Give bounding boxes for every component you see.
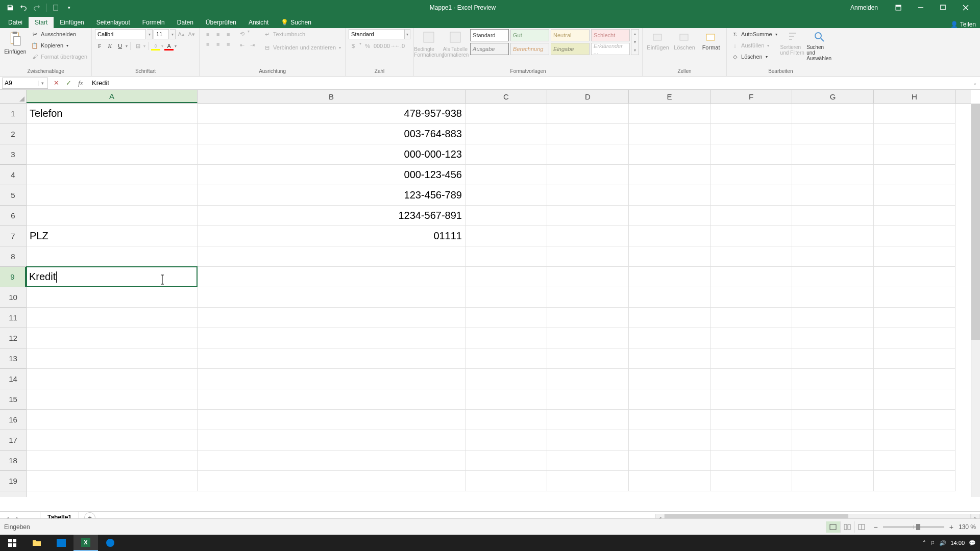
clear-button[interactable]: ◇Löschen▾ — [730, 52, 778, 62]
zoom-level[interactable]: 130 % — [959, 523, 976, 531]
zoom-out-button[interactable]: − — [874, 523, 878, 531]
align-left-icon[interactable]: ≡ — [203, 39, 213, 49]
tab-suchen[interactable]: 💡Suchen — [275, 17, 317, 28]
tray-chevron-icon[interactable]: ˄ — [923, 540, 926, 546]
increase-indent-icon[interactable]: ⇥ — [248, 40, 257, 49]
column-header-E[interactable]: E — [629, 90, 710, 103]
cell-G15[interactable] — [792, 389, 874, 410]
cell-G9[interactable] — [792, 267, 874, 287]
cell-C15[interactable] — [465, 389, 547, 410]
cell-C13[interactable] — [465, 348, 547, 369]
wrap-text-button[interactable]: ↵Textumbruch — [262, 29, 342, 39]
cell-C10[interactable] — [465, 287, 547, 308]
cell-F3[interactable] — [710, 144, 792, 165]
cell-F19[interactable] — [710, 471, 792, 491]
tab-seitenlayout[interactable]: Seitenlayout — [90, 17, 136, 28]
cell-A11[interactable] — [27, 308, 198, 328]
cell-D5[interactable] — [547, 185, 629, 206]
cell-H13[interactable] — [874, 348, 955, 369]
cell-C7[interactable] — [465, 226, 547, 246]
cell-B15[interactable] — [198, 389, 465, 410]
cell-E2[interactable] — [629, 124, 710, 144]
cell-H16[interactable] — [874, 410, 955, 430]
view-normal-icon[interactable] — [826, 521, 840, 533]
cell-B18[interactable] — [198, 450, 465, 471]
cell-E8[interactable] — [629, 246, 710, 267]
cell-E14[interactable] — [629, 369, 710, 389]
cell-H14[interactable] — [874, 369, 955, 389]
cell-D13[interactable] — [547, 348, 629, 369]
column-header-C[interactable]: C — [465, 90, 547, 103]
insert-cells-button[interactable]: Einfügen — [646, 29, 670, 53]
cell-E10[interactable] — [629, 287, 710, 308]
select-all-corner[interactable] — [0, 90, 27, 104]
cell-H9[interactable] — [874, 267, 955, 287]
style-erklaerend[interactable]: Erklärender ... — [591, 43, 630, 55]
cell-A5[interactable] — [27, 185, 198, 206]
cell-D18[interactable] — [547, 450, 629, 471]
cell-D16[interactable] — [547, 410, 629, 430]
tab-ueberpruefen[interactable]: Überprüfen — [200, 17, 242, 28]
cell-D14[interactable] — [547, 369, 629, 389]
qat-customize-icon[interactable]: ▾ — [63, 2, 75, 14]
cell-D4[interactable] — [547, 165, 629, 185]
row-header-18[interactable]: 18 — [0, 450, 26, 471]
tab-formeln[interactable]: Formeln — [136, 17, 171, 28]
align-right-icon[interactable]: ≡ — [223, 39, 233, 49]
cell-D3[interactable] — [547, 144, 629, 165]
cell-E7[interactable] — [629, 226, 710, 246]
cell-G5[interactable] — [792, 185, 874, 206]
cell-F1[interactable] — [710, 104, 792, 124]
row-header-14[interactable]: 14 — [0, 369, 26, 389]
cell-B9[interactable] — [198, 267, 465, 287]
cell-E17[interactable] — [629, 430, 710, 450]
cell-A19[interactable] — [27, 471, 198, 491]
cell-A9[interactable] — [27, 267, 198, 287]
cell-H2[interactable] — [874, 124, 955, 144]
cell-B5[interactable]: 123-456-789 — [198, 185, 465, 206]
column-header-B[interactable]: B — [198, 90, 465, 103]
cell-B12[interactable] — [198, 328, 465, 348]
cell-B1[interactable]: 478-957-938 — [198, 104, 465, 124]
cell-D17[interactable] — [547, 430, 629, 450]
cell-G10[interactable] — [792, 287, 874, 308]
cell-C2[interactable] — [465, 124, 547, 144]
cell-A2[interactable] — [27, 124, 198, 144]
formula-input[interactable] — [89, 79, 970, 87]
cell-F10[interactable] — [710, 287, 792, 308]
tab-daten[interactable]: Daten — [171, 17, 200, 28]
bold-button[interactable]: F — [95, 41, 104, 51]
font-name-input[interactable] — [95, 29, 146, 39]
cell-H12[interactable] — [874, 328, 955, 348]
autosum-button[interactable]: ΣAutoSumme▾ — [730, 29, 778, 39]
tab-ansicht[interactable]: Ansicht — [242, 17, 275, 28]
cell-H7[interactable] — [874, 226, 955, 246]
cell-A4[interactable] — [27, 165, 198, 185]
cell-E19[interactable] — [629, 471, 710, 491]
column-header-G[interactable]: G — [792, 90, 874, 103]
undo-icon[interactable] — [17, 2, 30, 14]
style-berechnung[interactable]: Berechnung — [510, 43, 549, 55]
maximize-icon[interactable] — [933, 0, 953, 15]
decrease-font-icon[interactable]: A▾ — [187, 30, 196, 39]
style-schlecht[interactable]: Schlecht — [591, 29, 630, 41]
cell-D11[interactable] — [547, 308, 629, 328]
format-as-table-button[interactable]: Als Tabelle formatieren — [444, 29, 468, 60]
cell-E1[interactable] — [629, 104, 710, 124]
cell-E18[interactable] — [629, 450, 710, 471]
confirm-edit-button[interactable]: ✓ — [62, 78, 75, 89]
redo-icon[interactable] — [31, 2, 43, 14]
cell-G2[interactable] — [792, 124, 874, 144]
cell-F17[interactable] — [710, 430, 792, 450]
align-center-icon[interactable]: ≡ — [213, 39, 223, 49]
border-button[interactable]: ⊞ — [133, 41, 142, 51]
cell-B3[interactable]: 000-000-123 — [198, 144, 465, 165]
insert-function-button[interactable]: fx — [75, 78, 87, 89]
cell-H6[interactable] — [874, 206, 955, 226]
name-box-input[interactable] — [3, 80, 38, 87]
cell-styles-gallery[interactable]: Standard Gut Neutral Schlecht Ausgabe Be… — [470, 29, 630, 55]
increase-decimal-icon[interactable]: .00→ — [384, 41, 394, 51]
cells-area[interactable]: Telefon478-957-938003-764-883000-000-123… — [27, 104, 971, 497]
cell-G4[interactable] — [792, 165, 874, 185]
view-page-layout-icon[interactable] — [840, 521, 854, 533]
